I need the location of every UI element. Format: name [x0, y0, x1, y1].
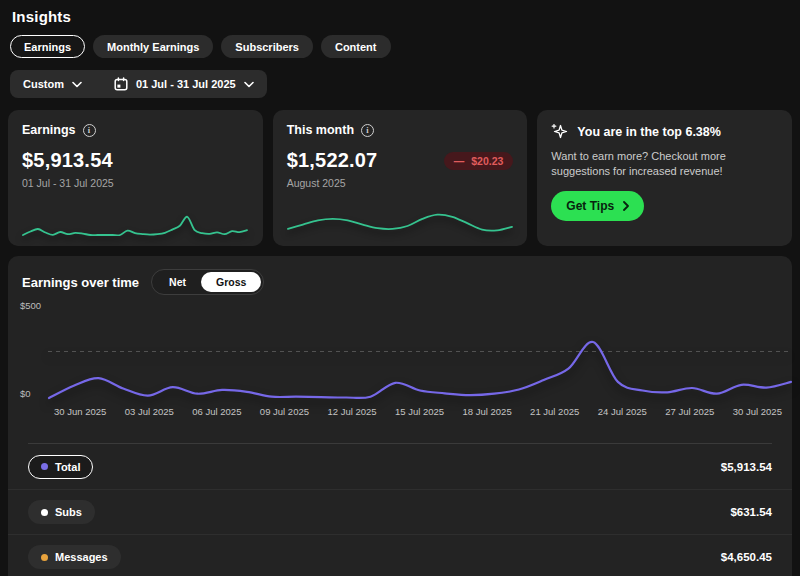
legend-pill-messages[interactable]: Messages: [28, 545, 121, 569]
summary-cards: Earnings i $5,913.54 01 Jul - 31 Jul 202…: [8, 110, 792, 246]
info-icon[interactable]: i: [83, 124, 96, 137]
legend-row-total: Total $5,913.54: [8, 444, 792, 489]
promo-title: You are in the top 6.38%: [577, 125, 721, 139]
chevron-down-icon: [244, 81, 254, 88]
legend-row-messages: Messages $4,650.45: [8, 534, 792, 576]
x-axis-label: 12 Jul 2025: [327, 406, 376, 417]
earnings-period: 01 Jul - 31 Jul 2025: [22, 177, 249, 189]
legend-label: Total: [55, 461, 80, 473]
legend-dot: [41, 463, 48, 470]
x-axis-label: 21 Jul 2025: [530, 406, 579, 417]
earnings-amount: $5,913.54: [22, 149, 113, 172]
this-month-card-title: This month: [287, 123, 354, 137]
legend-value-subs: $631.54: [730, 506, 772, 518]
tabs-bar: Earnings Monthly Earnings Subscribers Co…: [10, 35, 792, 58]
delta-badge: — $20.23: [444, 152, 514, 170]
y-axis-label-max: $500: [20, 300, 46, 311]
y-axis-label-min: $0: [20, 388, 46, 399]
legend-label: Subs: [55, 506, 82, 518]
earnings-over-time-panel: Earnings over time Net Gross $500 $0 30 …: [8, 256, 792, 576]
delta-sign: —: [454, 155, 465, 167]
date-range-picker[interactable]: 01 Jul - 31 Jul 2025: [114, 77, 254, 91]
sparkle-icon: [551, 123, 568, 140]
earnings-sparkline: [22, 204, 249, 238]
range-select[interactable]: Custom: [23, 78, 82, 90]
earnings-line-chart: [48, 304, 792, 399]
x-axis-label: 27 Jul 2025: [665, 406, 714, 417]
net-gross-toggle: Net Gross: [151, 269, 264, 295]
x-axis-labels: 30 Jun 2025 03 Jul 2025 06 Jul 2025 09 J…: [54, 406, 782, 417]
info-icon[interactable]: i: [361, 124, 374, 137]
chevron-down-icon: [72, 81, 82, 88]
x-axis-label: 03 Jul 2025: [125, 406, 174, 417]
tab-monthly-earnings[interactable]: Monthly Earnings: [93, 35, 213, 58]
date-range-label: 01 Jul - 31 Jul 2025: [136, 78, 236, 90]
legend-label: Messages: [55, 551, 108, 563]
this-month-period: August 2025: [287, 177, 514, 189]
insights-page: Insights Earnings Monthly Earnings Subsc…: [0, 0, 800, 576]
get-tips-button[interactable]: Get Tips: [551, 191, 644, 221]
x-axis-label: 30 Jun 2025: [54, 406, 106, 417]
legend-value-messages: $4,650.45: [721, 551, 772, 563]
x-axis-label: 18 Jul 2025: [463, 406, 512, 417]
earnings-card-title: Earnings: [22, 123, 76, 137]
x-axis-label: 24 Jul 2025: [598, 406, 647, 417]
x-axis-label: 06 Jul 2025: [192, 406, 241, 417]
card-this-month: This month i $1,522.07 — $20.23 August 2…: [273, 110, 528, 246]
main-chart: $500 $0: [8, 304, 782, 399]
legend-row-subs: Subs $631.54: [8, 489, 792, 534]
legend-value-total: $5,913.54: [721, 461, 772, 473]
legend-dot: [41, 509, 48, 516]
this-month-amount: $1,522.07: [287, 149, 378, 172]
card-earnings: Earnings i $5,913.54 01 Jul - 31 Jul 202…: [8, 110, 263, 246]
x-axis-label: 09 Jul 2025: [260, 406, 309, 417]
range-select-label: Custom: [23, 78, 64, 90]
toggle-net[interactable]: Net: [154, 272, 201, 292]
this-month-sparkline: [287, 204, 514, 238]
promo-body: Want to earn more? Checkout more suggest…: [551, 149, 778, 179]
tab-content[interactable]: Content: [321, 35, 391, 58]
x-axis-label: 30 Jul 2025: [733, 406, 782, 417]
legend-dot: [41, 554, 48, 561]
date-filter-pill: Custom 01 Jul - 31 Jul 2025: [10, 70, 267, 98]
filter-bar: Custom 01 Jul - 31 Jul 2025: [10, 70, 792, 98]
page-title: Insights: [12, 8, 792, 25]
legend-pill-subs[interactable]: Subs: [28, 500, 95, 524]
promo-card: You are in the top 6.38% Want to earn mo…: [537, 110, 792, 246]
get-tips-label: Get Tips: [566, 199, 614, 213]
toggle-gross[interactable]: Gross: [201, 272, 261, 292]
x-axis-label: 15 Jul 2025: [395, 406, 444, 417]
chevron-right-icon: [623, 201, 629, 211]
legend-pill-total[interactable]: Total: [28, 455, 93, 479]
tab-earnings[interactable]: Earnings: [10, 35, 85, 58]
calendar-icon: [114, 77, 128, 91]
delta-value: $20.23: [471, 155, 503, 167]
tab-subscribers[interactable]: Subscribers: [221, 35, 313, 58]
panel-title: Earnings over time: [22, 275, 139, 290]
